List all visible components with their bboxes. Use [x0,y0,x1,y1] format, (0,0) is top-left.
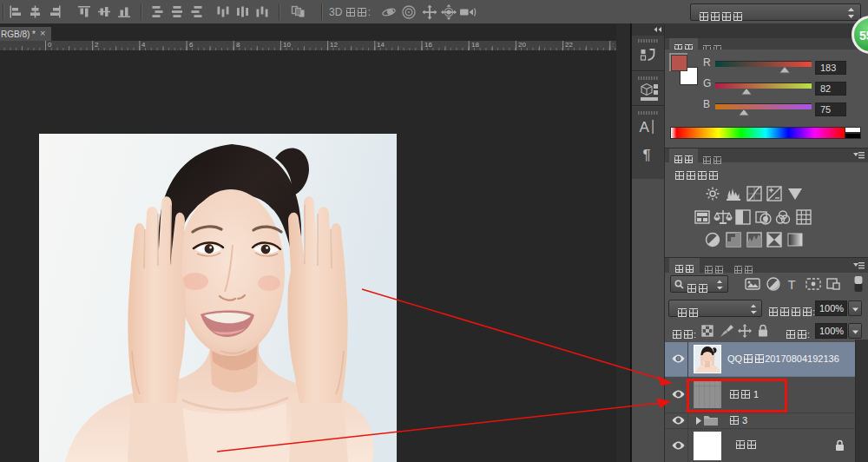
svg-text:A: A [640,119,650,135]
svg-text:T: T [788,277,796,292]
svg-text:¶: ¶ [643,147,651,163]
